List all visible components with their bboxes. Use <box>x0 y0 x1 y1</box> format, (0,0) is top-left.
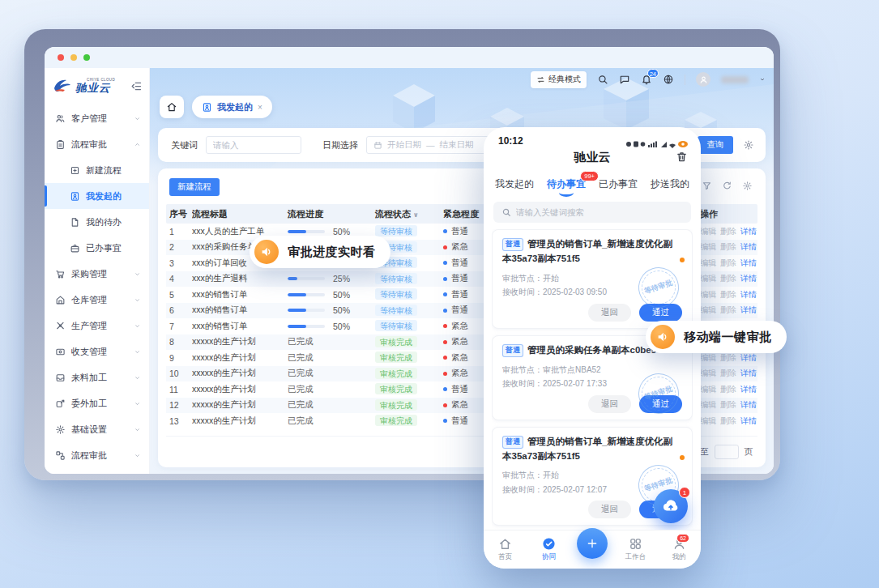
avatar[interactable] <box>696 72 710 87</box>
warehouse-icon <box>55 295 66 305</box>
phone-tab[interactable]: 待办事宜99+ <box>547 177 586 191</box>
filter-funnel-icon[interactable] <box>702 181 712 191</box>
sidebar-item[interactable]: 流程审批 <box>45 442 149 468</box>
row-op-detail[interactable]: 详情 <box>740 289 757 300</box>
row-op-edit[interactable]: 编辑 <box>700 241 716 253</box>
tab-close-icon[interactable]: × <box>258 103 262 112</box>
date-end-placeholder: 结束日期 <box>440 139 474 151</box>
row-op-edit[interactable]: 编辑 <box>700 352 716 364</box>
urgency-dot <box>443 324 447 328</box>
briefcase-icon <box>70 243 80 254</box>
row-op-detail[interactable]: 详情 <box>740 305 757 316</box>
row-op-delete[interactable]: 删除 <box>720 289 736 300</box>
close-window-dot[interactable] <box>58 54 64 61</box>
phone-tab[interactable]: 抄送我的 <box>651 177 689 191</box>
chevron-down-icon <box>134 400 141 407</box>
query-button[interactable]: 查询 <box>698 136 733 154</box>
user-doc-icon <box>70 191 80 202</box>
callout-mobile-approve: 移动端一键审批 <box>646 321 787 353</box>
table-settings-gear-icon[interactable] <box>742 181 753 191</box>
row-op-delete[interactable]: 删除 <box>720 384 736 395</box>
row-op-edit[interactable]: 编辑 <box>700 273 716 284</box>
row-op-edit[interactable]: 编辑 <box>700 258 716 269</box>
tab-my-initiated[interactable]: 我发起的 × <box>192 96 272 118</box>
nav-user[interactable]: 我的 62 <box>657 530 701 569</box>
nav-home[interactable]: 首页 <box>484 530 527 569</box>
date-range-picker[interactable]: 开始日期 — 结束日期 <box>366 136 496 154</box>
refresh-icon[interactable] <box>722 181 732 191</box>
urgency-dot <box>443 403 447 407</box>
row-op-delete[interactable]: 删除 <box>720 258 736 269</box>
sidebar-item[interactable]: 流程审批 <box>45 131 149 157</box>
sidebar-item[interactable]: 采购管理 <box>45 261 149 287</box>
nav-add[interactable] <box>570 530 614 569</box>
sidebar-subitem[interactable]: 新建流程 <box>45 157 149 183</box>
reject-button[interactable]: 退回 <box>588 395 631 413</box>
row-op-detail[interactable]: 详情 <box>740 241 757 253</box>
row-op-edit[interactable]: 编辑 <box>700 384 716 395</box>
maximize-window-dot[interactable] <box>83 54 90 61</box>
globe-icon[interactable] <box>663 74 674 85</box>
row-op-detail[interactable]: 详情 <box>740 226 757 237</box>
sidebar-item[interactable]: 来料加工 <box>45 364 149 390</box>
row-op-detail[interactable]: 详情 <box>740 399 757 411</box>
sidebar-subitem[interactable]: 我发起的 <box>45 183 149 209</box>
jump-page-input[interactable] <box>715 445 739 459</box>
row-op-edit[interactable]: 编辑 <box>700 368 716 379</box>
sidebar-item[interactable]: 生产管理 <box>45 313 149 339</box>
approval-card[interactable]: 普通管理员的销售订单_新增速度优化副本35a73副本751f5 等待审批 审批节… <box>492 229 693 329</box>
sidebar-subitem[interactable]: 我的待办 <box>45 209 149 235</box>
chevron-down-icon[interactable] <box>759 76 766 83</box>
chevron-down-icon <box>134 271 141 278</box>
row-op-detail[interactable]: 详情 <box>740 415 757 427</box>
row-op-edit[interactable]: 编辑 <box>700 226 716 237</box>
row-op-detail[interactable]: 详情 <box>740 273 757 284</box>
search-icon[interactable] <box>597 74 608 85</box>
trash-icon[interactable] <box>676 151 688 163</box>
filter-settings-gear-icon[interactable] <box>743 139 754 151</box>
row-op-delete[interactable]: 删除 <box>720 399 736 411</box>
row-op-delete[interactable]: 删除 <box>720 226 736 237</box>
phone-search-input[interactable] <box>516 207 683 217</box>
nav-sync[interactable]: 协同 <box>527 530 571 569</box>
row-op-detail[interactable]: 详情 <box>740 384 757 395</box>
row-op-delete[interactable]: 删除 <box>720 368 736 379</box>
status-badge: 等待审核 <box>375 273 417 284</box>
phone-tab[interactable]: 已办事宜 <box>599 177 638 191</box>
home-tab-button[interactable] <box>160 96 184 118</box>
bell-icon[interactable]: 24 <box>641 74 652 85</box>
sidebar-item[interactable]: 客户管理 <box>45 105 149 131</box>
sidebar-item[interactable]: 仓库管理 <box>45 287 149 313</box>
reject-button[interactable]: 退回 <box>588 501 631 518</box>
row-op-edit[interactable]: 编辑 <box>700 415 716 427</box>
calendar-icon <box>373 141 382 150</box>
phone-tab[interactable]: 我发起的 <box>495 177 534 191</box>
sidebar-item[interactable]: 收支管理 <box>45 339 149 364</box>
row-op-delete[interactable]: 删除 <box>720 305 736 316</box>
keyword-input[interactable] <box>206 136 301 154</box>
sync-cloud-fab[interactable]: 1 <box>654 489 688 523</box>
reject-button[interactable]: 退回 <box>588 304 631 322</box>
row-op-detail[interactable]: 详情 <box>740 368 757 379</box>
row-op-edit[interactable]: 编辑 <box>700 289 716 300</box>
new-process-button[interactable]: 新建流程 <box>169 178 220 196</box>
row-op-delete[interactable]: 删除 <box>720 241 736 253</box>
row-op-delete[interactable]: 删除 <box>720 352 736 364</box>
row-op-edit[interactable]: 编辑 <box>700 305 716 316</box>
row-op-detail[interactable]: 详情 <box>740 352 757 364</box>
row-op-delete[interactable]: 删除 <box>720 415 736 427</box>
sidebar-item[interactable]: 基础设置 <box>45 416 149 442</box>
classic-mode-button[interactable]: 经典模式 <box>531 71 587 88</box>
phone-search-bar[interactable] <box>493 202 691 223</box>
sidebar-subitem[interactable]: 已办事宜 <box>45 235 149 261</box>
row-op-delete[interactable]: 删除 <box>720 273 736 284</box>
clipboard-icon <box>55 139 66 150</box>
col-status[interactable]: 流程状态∨ <box>375 208 443 220</box>
nav-grid4[interactable]: 工作台 <box>614 530 658 569</box>
sidebar-item[interactable]: 委外加工 <box>45 390 149 416</box>
message-icon[interactable] <box>619 74 630 85</box>
row-op-edit[interactable]: 编辑 <box>700 399 716 411</box>
sidebar-collapse-icon[interactable] <box>130 80 143 92</box>
minimize-window-dot[interactable] <box>70 54 77 61</box>
row-op-detail[interactable]: 详情 <box>740 258 757 269</box>
